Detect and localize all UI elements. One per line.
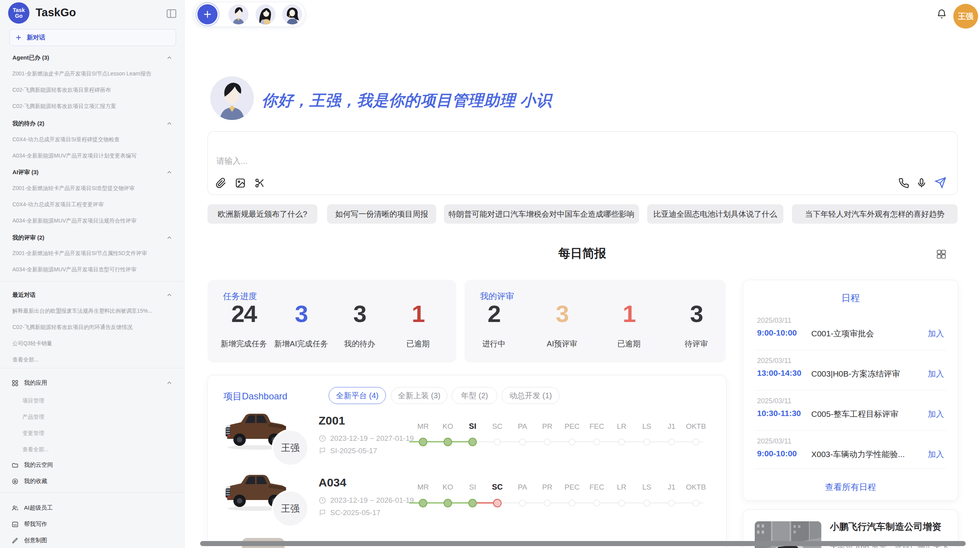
milestone-dot[interactable] xyxy=(618,500,625,507)
sidebar-item[interactable]: A034-全新新能源MUV产品开发项目计划变更表编写 xyxy=(12,152,178,159)
milestone-dot[interactable] xyxy=(593,438,600,445)
milestone-dot[interactable] xyxy=(692,438,699,445)
milestone-dot[interactable] xyxy=(569,438,576,445)
tab-model-year[interactable]: 年型 (2) xyxy=(452,387,497,404)
sidebar-item[interactable]: C0X4-动力总成开发项目工程变更评审 xyxy=(12,201,178,208)
sidebar-item-ai-staff[interactable]: AI超级员工 xyxy=(12,504,53,512)
milestone-dot[interactable] xyxy=(643,500,650,507)
send-icon[interactable] xyxy=(935,177,946,188)
project-name[interactable]: Z001 xyxy=(319,414,345,427)
sidebar-item[interactable]: Z001-全新燃油轻卡产品开发项目SI节点属性5D文件评审 xyxy=(12,250,178,257)
divider xyxy=(755,390,946,390)
tab-new-body[interactable]: 全新上装 (3) xyxy=(391,387,447,404)
sidebar-item[interactable]: Z001-全新燃油轻卡产品开发项目SI造型提交物评审 xyxy=(12,185,178,192)
milestone-dot[interactable] xyxy=(468,438,477,446)
greeting-text: 你好，王强，我是你的项目管理助理 小识 xyxy=(262,90,552,111)
new-chat-button[interactable]: 新对话 xyxy=(9,29,176,46)
milestone-dot[interactable] xyxy=(419,499,427,507)
suggestion-chip[interactable]: 当下年轻人对汽车外观有怎样的喜好趋势 xyxy=(792,204,958,224)
sidebar-item-cloud-space[interactable]: 我的云空间 xyxy=(12,461,53,469)
sidebar-item[interactable]: C02-飞腾新能源轻客改款项目立项汇报方案 xyxy=(12,103,178,110)
milestone-dot[interactable] xyxy=(419,438,427,446)
milestone-dot[interactable] xyxy=(692,500,699,507)
milestone-dot[interactable] xyxy=(444,499,452,507)
join-link[interactable]: 加入 xyxy=(928,409,944,420)
sidebar-item[interactable]: C02-飞腾新能源轻客改款项目的闭环通告反馈情况 xyxy=(12,324,178,331)
sidebar-item[interactable]: A034-全新新能源MUV产品开发项目造型可行性评审 xyxy=(12,266,178,273)
sidebar-item[interactable]: 解释最新出台的欧盟报废车法规再生塑料比例被调至15%... xyxy=(12,308,178,315)
chevron-up-icon[interactable] xyxy=(166,55,172,61)
app-item-change[interactable]: 变更管理 xyxy=(22,430,177,437)
project-name[interactable]: A034 xyxy=(319,476,346,489)
chat-input[interactable]: 请输入... xyxy=(207,131,958,195)
microphone-icon[interactable] xyxy=(916,178,927,188)
sidebar-item[interactable]: C0X4-动力总成开发项目SI里程碑提交物检查 xyxy=(12,136,178,143)
sidebar-item[interactable]: Z001-全新燃油皮卡产品开发项目SI节点Lesson Learn报告 xyxy=(12,70,178,77)
suggestion-chip[interactable]: 特朗普可能对进口汽车增税会对中国车企造成哪些影响 xyxy=(444,204,639,224)
sidebar-item-my-apps[interactable]: 我的应用 xyxy=(12,379,47,387)
join-link[interactable]: 加入 xyxy=(928,368,944,379)
suggestion-chip[interactable]: 如何写一份清晰的项目周报 xyxy=(327,204,436,224)
image-upload-icon[interactable] xyxy=(235,178,246,188)
view-all-apps[interactable]: 查看全部... xyxy=(22,446,177,453)
schedule-event: 2025/03/11 10:30-11:30 C005-整车工程目标评审 加入 xyxy=(743,397,958,425)
section-my-review[interactable]: 我的评审 (2) xyxy=(12,234,45,241)
user-avatar[interactable]: 王强 xyxy=(953,4,978,29)
milestone-dot[interactable] xyxy=(643,438,650,445)
new-session-button[interactable] xyxy=(197,4,218,24)
chevron-up-icon[interactable] xyxy=(166,380,172,386)
milestone-dot[interactable] xyxy=(519,438,526,445)
app-item-product[interactable]: 产品管理 xyxy=(22,414,177,421)
milestone-dot[interactable] xyxy=(668,438,675,445)
news-title[interactable]: 小鹏飞行汽车制造公司增资 xyxy=(830,521,941,533)
chevron-up-icon[interactable] xyxy=(166,292,172,298)
view-all-schedule-link[interactable]: 查看所有日程 xyxy=(743,481,958,493)
avatar-woman-1[interactable] xyxy=(255,4,276,24)
section-agent-done[interactable]: Agent已办 (3) xyxy=(12,54,49,62)
milestone-dot[interactable] xyxy=(468,499,477,507)
logo-line2: Go xyxy=(15,13,22,19)
chevron-up-icon[interactable] xyxy=(166,170,172,175)
voice-call-icon[interactable] xyxy=(898,178,909,188)
tab-powertrain[interactable]: 动总开发 (1) xyxy=(502,387,560,404)
milestone-dot[interactable] xyxy=(569,500,576,507)
milestone-dot-overdue[interactable] xyxy=(493,499,502,507)
sidebar-collapse-icon[interactable] xyxy=(166,8,177,19)
milestone-dot[interactable] xyxy=(668,500,675,507)
plus-icon xyxy=(15,34,22,41)
sidebar-item-favorites[interactable]: 我的收藏 xyxy=(12,478,47,485)
milestone-dot[interactable] xyxy=(444,438,452,446)
app-item-project[interactable]: 项目管理 xyxy=(22,397,177,404)
milestone-dot[interactable] xyxy=(494,438,501,445)
milestone-dot[interactable] xyxy=(618,438,625,445)
view-all-chats[interactable]: 查看全部... xyxy=(12,356,178,363)
suggestion-chip[interactable]: 欧洲新规最近颁布了什么? xyxy=(207,204,317,224)
milestone-label: LS xyxy=(642,422,651,431)
chevron-up-icon[interactable] xyxy=(166,235,172,241)
section-my-todo[interactable]: 我的待办 (2) xyxy=(12,120,45,127)
milestone-dot[interactable] xyxy=(544,500,551,507)
sidebar-item[interactable]: 公司Q3轻卡销量 xyxy=(12,340,178,347)
section-recent-chats[interactable]: 最近对话 xyxy=(12,291,36,299)
layout-grid-icon[interactable] xyxy=(936,249,947,260)
milestone-dot[interactable] xyxy=(593,500,600,507)
avatar-man[interactable] xyxy=(228,4,248,24)
screenshot-scissors-icon[interactable] xyxy=(254,178,265,188)
join-link[interactable]: 加入 xyxy=(928,449,944,460)
milestone-dot[interactable] xyxy=(519,500,526,507)
event-date: 2025/03/11 xyxy=(757,437,792,445)
sidebar-item-creative-draw[interactable]: 创意制图 xyxy=(12,537,47,544)
tab-all-new-platform[interactable]: 全新平台 (4) xyxy=(329,387,386,404)
milestone-dot[interactable] xyxy=(544,438,551,445)
attachment-icon[interactable] xyxy=(216,178,226,188)
sidebar-item[interactable]: A034-全新新能源MUV产品开发项目法规符合性评审 xyxy=(12,217,178,224)
section-ai-review[interactable]: AI评审 (3) xyxy=(12,169,39,176)
sidebar-item[interactable]: C02-飞腾新能源轻客改款项目里程碑画布 xyxy=(12,87,178,94)
avatar-woman-2[interactable] xyxy=(282,4,302,24)
horizontal-scrollbar[interactable] xyxy=(200,541,966,546)
join-link[interactable]: 加入 xyxy=(928,328,944,339)
chevron-up-icon[interactable] xyxy=(166,121,172,127)
sidebar-item-write-helper[interactable]: 帮我写作 xyxy=(12,521,47,528)
notification-bell-icon[interactable] xyxy=(936,9,947,19)
suggestion-chip[interactable]: 比亚迪全固态电池计划具体说了什么 xyxy=(647,204,783,224)
